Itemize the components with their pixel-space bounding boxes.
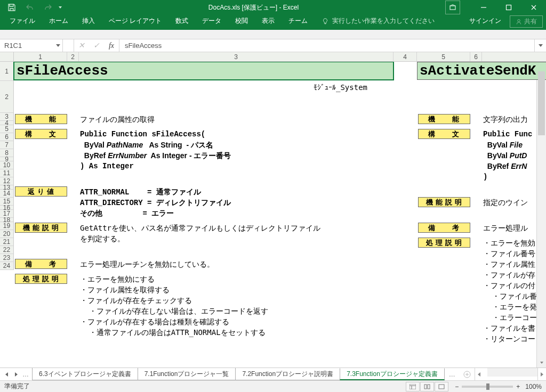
tab-home[interactable]: ホーム xyxy=(43,14,75,28)
col-header-5[interactable]: 5 xyxy=(417,52,470,61)
row-header-21[interactable]: 21 xyxy=(0,238,14,246)
sheet-nav-next-icon[interactable] xyxy=(12,372,20,377)
cell-title-left[interactable]: sFileAccess xyxy=(14,62,394,80)
cell-r8: ) As Integer xyxy=(80,162,134,170)
signin-button[interactable]: サインイン xyxy=(462,14,509,28)
status-text: 準備完了 xyxy=(4,382,30,391)
tab-view[interactable]: 表示 xyxy=(255,14,281,28)
name-box-dropdown-icon[interactable] xyxy=(56,44,60,47)
view-page-layout-icon[interactable] xyxy=(420,382,434,391)
minimize-button[interactable] xyxy=(471,0,496,15)
redo-icon[interactable] xyxy=(41,1,55,14)
titlebar: DocAcs.xls [保護ビュー] - Excel xyxy=(0,0,546,15)
zoom-out-icon[interactable]: − xyxy=(455,383,459,390)
tab-data[interactable]: データ xyxy=(196,14,228,28)
column-headers: 1 2 3 4 5 6 xyxy=(0,52,546,62)
enter-formula-icon[interactable]: ✓ xyxy=(89,41,104,50)
row-header-19[interactable]: 19 xyxy=(0,222,14,230)
row-header-24[interactable]: 24 xyxy=(0,262,14,270)
view-normal-icon[interactable] xyxy=(406,382,420,391)
row-header-13[interactable]: 13 xyxy=(0,185,14,190)
row-header-4[interactable]: 4 xyxy=(0,121,14,125)
cell-rr22: ・エラーコー xyxy=(483,313,537,323)
horizontal-scrollbar[interactable] xyxy=(487,368,537,377)
cell-title-right[interactable]: sActivateSendK xyxy=(417,62,546,80)
row-header-7[interactable]: 7 xyxy=(0,141,14,149)
cell-r6: ByVal PathName As String - パス名 xyxy=(80,141,213,150)
zoom-thumb[interactable] xyxy=(486,383,489,390)
cell-rr7: ByVal PutD xyxy=(483,151,527,160)
tab-file[interactable]: ファイル xyxy=(3,14,42,28)
row-header-11[interactable]: 11 xyxy=(0,169,14,177)
row-header-16[interactable]: 16 xyxy=(0,206,14,210)
row-header-23[interactable]: 23 xyxy=(0,254,14,262)
undo-icon[interactable] xyxy=(22,1,37,14)
col-header-4[interactable]: 4 xyxy=(394,52,417,61)
h-scroll-right-icon[interactable] xyxy=(537,368,546,380)
share-button[interactable]: 共有 xyxy=(510,15,543,28)
col-header-1[interactable]: 1 xyxy=(14,52,67,61)
row-header-14[interactable]: 14 xyxy=(0,190,14,198)
sheet-tab-6-3[interactable]: 6.3イベントプロシージャ定義書 xyxy=(32,368,138,380)
scroll-thumb-v[interactable] xyxy=(538,71,545,135)
cell-r19: ・エラーを無効にする xyxy=(80,275,155,284)
svg-rect-5 xyxy=(424,385,427,389)
cell-rr18: ・ファイルが存 xyxy=(483,271,535,280)
col-header-3[interactable]: 3 xyxy=(79,52,394,61)
cell-r5: Public Function sFileAccess( xyxy=(80,130,205,138)
sheet-nav-prev-icon[interactable] xyxy=(2,372,11,377)
save-icon[interactable] xyxy=(4,1,19,14)
zoom-in-icon[interactable]: + xyxy=(516,383,520,390)
row-header-5[interactable]: 5 xyxy=(0,125,14,133)
zoom-percent[interactable]: 100% xyxy=(525,383,542,390)
scroll-down-icon[interactable] xyxy=(537,358,546,368)
tab-review[interactable]: 校閲 xyxy=(229,14,254,28)
cell-rr23: ・ファイルを書 xyxy=(483,324,535,333)
tab-team[interactable]: チーム xyxy=(282,14,314,28)
sheet-tab-7-2[interactable]: 7.2Functionプロシージャ説明書 xyxy=(235,368,340,380)
sheet-tab-7-1[interactable]: 7.1Functionプロシージャ一覧 xyxy=(138,368,236,380)
cell-r14: GetAttrを使い、パス名が通常ファイルもしくはディレクトリファイル xyxy=(80,224,320,233)
add-sheet-button[interactable] xyxy=(460,368,475,380)
row-header-10[interactable]: 10 xyxy=(0,161,14,169)
ribbon-display-options-icon[interactable] xyxy=(445,1,460,14)
row-header-20[interactable]: 20 xyxy=(0,230,14,238)
tell-me-search[interactable]: 実行したい作業を入力してください xyxy=(315,14,441,28)
name-box[interactable]: R1C1 xyxy=(0,39,63,52)
row-header-22[interactable]: 22 xyxy=(0,246,14,254)
row-header-1[interactable]: 1 xyxy=(0,62,14,81)
view-page-break-icon[interactable] xyxy=(435,382,448,391)
cell-rr3: 文字列の出力 xyxy=(483,115,528,125)
row-header-2[interactable]: 2 xyxy=(0,81,14,113)
tab-formulas[interactable]: 数式 xyxy=(169,14,195,28)
select-all-corner[interactable] xyxy=(0,52,14,61)
formula-bar: R1C1 ✕ ✓ fx sFileAccess xyxy=(0,39,546,52)
close-button[interactable] xyxy=(521,0,546,15)
svg-rect-1 xyxy=(507,5,511,10)
tab-page-layout[interactable]: ページ レイアウト xyxy=(102,14,168,28)
person-icon xyxy=(516,19,522,25)
cell-rr24: ・リターンコー xyxy=(483,334,535,344)
vertical-scrollbar[interactable] xyxy=(536,62,546,368)
label-modori: 返 り 値 xyxy=(15,186,67,197)
zoom-slider[interactable]: − + xyxy=(455,383,520,390)
sheet-nav-more-icon[interactable]: … xyxy=(21,371,30,378)
ribbon-tabs: ファイル ホーム 挿入 ページ レイアウト 数式 データ 校閲 表示 チーム 実… xyxy=(0,15,546,30)
cancel-formula-icon[interactable]: ✕ xyxy=(74,41,89,50)
col-header-2[interactable]: 2 xyxy=(67,52,79,61)
maximize-button[interactable] xyxy=(496,0,521,15)
sheet-tabs-overflow-icon[interactable]: … xyxy=(445,368,460,380)
sheet-tab-7-3[interactable]: 7.3Functionプロシージャ定義書 xyxy=(340,368,445,380)
cells-area[interactable]: sFileAccess sActivateSendK ﾓｼﾞｭｰﾙ_System… xyxy=(14,62,536,368)
cell-rr16: ・ファイル番号 xyxy=(483,249,535,259)
col-header-6[interactable]: 6 xyxy=(470,52,482,61)
formula-expand-icon[interactable] xyxy=(534,39,546,52)
row-header-18[interactable]: 18 xyxy=(0,218,14,222)
formula-input[interactable]: sFileAccess xyxy=(119,39,534,52)
row-header-6[interactable]: 6 xyxy=(0,133,14,141)
row-header-9[interactable]: 9 xyxy=(0,157,14,161)
tab-insert[interactable]: 挿入 xyxy=(76,14,101,28)
fx-icon[interactable]: fx xyxy=(104,42,119,50)
h-scroll-left-icon[interactable] xyxy=(475,368,483,380)
zoom-track[interactable] xyxy=(462,386,513,388)
